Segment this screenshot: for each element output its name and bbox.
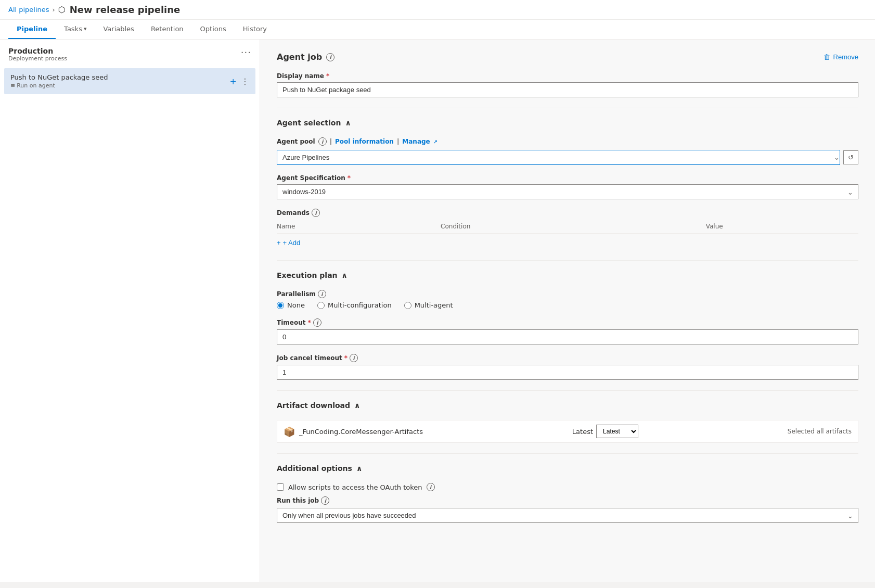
parallelism-none-option[interactable]: None <box>277 301 305 309</box>
agent-selection-section-header[interactable]: Agent selection ∧ <box>277 119 858 130</box>
timeout-label: Timeout * i <box>277 318 858 327</box>
timeout-info-icon[interactable]: i <box>313 318 321 327</box>
stage-title: Production <box>8 47 67 55</box>
trash-icon: 🗑 <box>823 53 830 61</box>
oauth-info-icon[interactable]: i <box>427 483 435 491</box>
tasks-dropdown-icon: ▾ <box>84 25 87 32</box>
breadcrumb-separator: › <box>53 6 55 14</box>
agent-job-info-icon[interactable]: i <box>326 53 334 61</box>
job-name: Push to NuGet package seed <box>10 73 108 81</box>
divider-2 <box>277 260 858 261</box>
execution-plan-section-header[interactable]: Execution plan ∧ <box>277 271 858 283</box>
job-cancel-label: Job cancel timeout * i <box>277 354 858 362</box>
sidebar: Production Deployment process ··· Push t… <box>0 40 260 582</box>
sidebar-job-item[interactable]: Push to NuGet package seed ≡ Run on agen… <box>4 68 255 94</box>
artifact-name: _FunCoding.CoreMessenger-Artifacts <box>299 428 423 436</box>
artifact-version-select[interactable]: Latest Specific <box>596 425 638 438</box>
main-layout: Production Deployment process ··· Push t… <box>0 40 875 582</box>
display-name-group: Display name * <box>277 72 858 97</box>
tab-tasks[interactable]: Tasks ▾ <box>56 20 95 39</box>
demands-label: Demands i <box>277 209 858 217</box>
pool-refresh-button[interactable]: ↺ <box>843 150 858 164</box>
breadcrumb: All pipelines › ⬡ New release pipeline <box>8 4 180 15</box>
display-name-input[interactable] <box>277 82 858 97</box>
list-icon: ≡ <box>10 82 15 89</box>
agent-spec-label: Agent Specification * <box>277 174 858 182</box>
artifact-download-section-header[interactable]: Artifact download ∧ <box>277 401 858 413</box>
run-this-job-info-icon[interactable]: i <box>321 496 329 505</box>
parallelism-multi-agent-option[interactable]: Multi-agent <box>404 301 453 309</box>
top-bar: All pipelines › ⬡ New release pipeline <box>0 0 875 20</box>
parallelism-info-icon[interactable]: i <box>318 290 326 298</box>
demands-table: Name Condition Value <box>277 220 858 234</box>
divider-3 <box>277 390 858 391</box>
agent-pool-select[interactable]: Azure Pipelines Default Hosted <box>277 150 840 165</box>
agent-pool-info-icon[interactable]: i <box>318 137 327 146</box>
agent-job-title: Agent job i <box>277 52 334 62</box>
agent-selection-body: Agent pool i | Pool information | Manage… <box>277 137 858 250</box>
parallelism-none-radio[interactable] <box>277 302 284 309</box>
agent-spec-select-wrapper: windows-2019 ubuntu-latest macOS-latest <box>277 184 858 199</box>
demands-group: Demands i Name Condition Value + <box>277 209 858 250</box>
page-title: New release pipeline <box>70 4 180 15</box>
manage-link[interactable]: Manage <box>402 138 430 145</box>
pool-information-link[interactable]: Pool information <box>335 138 394 145</box>
agent-pool-select-wrapper: Azure Pipelines Default Hosted ⌄ ↺ <box>277 150 858 165</box>
oauth-checkbox[interactable] <box>277 483 284 491</box>
job-actions: + ⋮ <box>230 76 249 86</box>
oauth-checkbox-row: Allow scripts to access the OAuth token … <box>277 483 858 491</box>
stage-more-button[interactable]: ··· <box>241 47 251 58</box>
parallelism-multi-config-radio[interactable] <box>317 302 325 309</box>
timeout-required-star: * <box>307 319 311 326</box>
parallelism-multi-agent-radio[interactable] <box>404 302 411 309</box>
sidebar-header: Production Deployment process ··· <box>0 40 260 64</box>
agent-pool-row: Agent pool i | Pool information | Manage… <box>277 137 858 146</box>
parallelism-radio-group: None Multi-configuration Multi-agent <box>277 301 858 309</box>
job-more-button[interactable]: ⋮ <box>241 76 249 86</box>
artifact-download-body: 📦 _FunCoding.CoreMessenger-Artifacts Lat… <box>277 420 858 443</box>
remove-button[interactable]: 🗑 Remove <box>823 53 858 61</box>
stage-sub: Deployment process <box>8 55 67 62</box>
execution-plan-body: Parallelism i None Multi-configuration M… <box>277 290 858 380</box>
agent-spec-group: Agent Specification * windows-2019 ubunt… <box>277 174 858 199</box>
tab-options[interactable]: Options <box>192 20 235 39</box>
divider-4 <box>277 453 858 454</box>
additional-options-body: Allow scripts to access the OAuth token … <box>277 483 858 523</box>
divider-1 <box>277 108 858 108</box>
agent-spec-select[interactable]: windows-2019 ubuntu-latest macOS-latest <box>277 184 858 199</box>
pipeline-icon: ⬡ <box>58 5 66 15</box>
run-this-job-select[interactable]: Only when all previous jobs have succeed… <box>277 508 858 523</box>
demands-info-icon[interactable]: i <box>312 209 320 217</box>
artifact-row: 📦 _FunCoding.CoreMessenger-Artifacts Lat… <box>277 420 858 443</box>
demands-col-value: Value <box>706 220 858 234</box>
nav-tabs: Pipeline Tasks ▾ Variables Retention Opt… <box>0 20 875 40</box>
additional-options-section-header[interactable]: Additional options ∧ <box>277 464 858 476</box>
oauth-label[interactable]: Allow scripts to access the OAuth token <box>288 483 422 491</box>
parallelism-multi-config-option[interactable]: Multi-configuration <box>317 301 392 309</box>
display-name-label: Display name * <box>277 72 858 80</box>
refresh-icon: ↺ <box>848 154 854 161</box>
tab-variables[interactable]: Variables <box>95 20 142 39</box>
job-cancel-input[interactable] <box>277 365 858 380</box>
job-cancel-group: Job cancel timeout * i <box>277 354 858 380</box>
run-this-job-group: Run this job i Only when all previous jo… <box>277 496 858 523</box>
tab-history[interactable]: History <box>235 20 275 39</box>
artifact-left: 📦 _FunCoding.CoreMessenger-Artifacts <box>284 426 423 437</box>
demands-col-name: Name <box>277 220 441 234</box>
job-sub: ≡ Run on agent <box>10 82 108 89</box>
breadcrumb-parent[interactable]: All pipelines <box>8 6 49 14</box>
execution-plan-collapse-icon: ∧ <box>342 271 348 279</box>
artifact-download-collapse-icon: ∧ <box>354 401 360 410</box>
sidebar-item-info: Push to NuGet package seed ≡ Run on agen… <box>10 73 108 89</box>
timeout-input[interactable] <box>277 329 858 344</box>
add-task-button[interactable]: + <box>230 76 237 86</box>
add-demand-button[interactable]: + + Add <box>277 236 300 250</box>
job-cancel-required-star: * <box>344 354 348 362</box>
additional-options-collapse-icon: ∧ <box>356 464 362 472</box>
artifact-selected-label: Selected all artifacts <box>788 428 852 435</box>
tab-pipeline[interactable]: Pipeline <box>8 20 56 39</box>
artifact-icon: 📦 <box>284 426 295 437</box>
tab-retention[interactable]: Retention <box>143 20 192 39</box>
job-cancel-info-icon[interactable]: i <box>350 354 358 362</box>
manage-external-icon: ↗ <box>433 139 438 145</box>
